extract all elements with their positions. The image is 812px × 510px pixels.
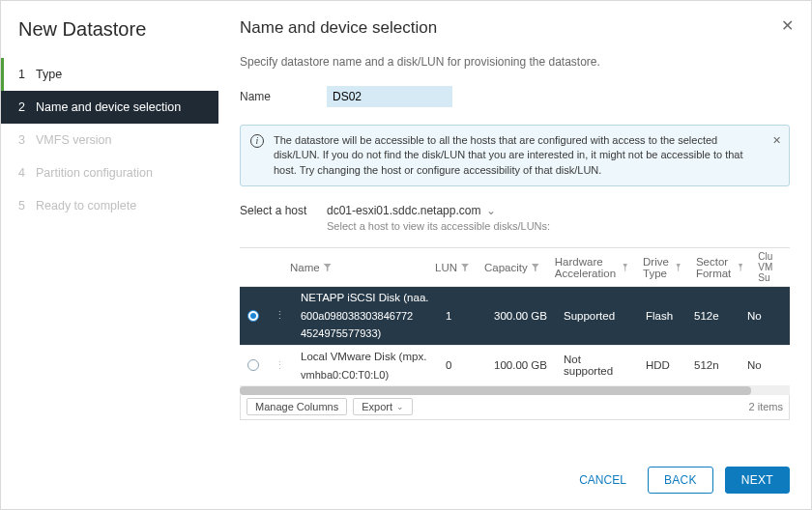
- info-alert: i The datastore will be accessible to al…: [240, 125, 790, 186]
- drag-handle-icon[interactable]: ⋮: [275, 359, 285, 372]
- filter-icon[interactable]: [324, 264, 332, 271]
- disk-drive-type: HDD: [638, 355, 686, 375]
- col-sector-format[interactable]: Sector Format: [688, 252, 750, 283]
- host-help-text: Select a host to view its accessible dis…: [327, 220, 550, 232]
- disk-hw-accel: Supported: [556, 306, 638, 326]
- disk-hw-accel: Not supported: [556, 350, 638, 381]
- wizard-sidebar: New Datastore 1 Type 2 Name and device s…: [1, 1, 218, 509]
- filter-icon[interactable]: [623, 264, 627, 271]
- name-row: Name: [240, 86, 790, 107]
- step-partition-config[interactable]: 4 Partition configuration: [1, 156, 218, 189]
- disk-name: Local VMware Disk (mpx. vmhba0:C0:T0:L0): [293, 346, 438, 385]
- page-subtitle: Specify datastore name and a disk/LUN fo…: [240, 55, 790, 69]
- row-radio[interactable]: [247, 359, 259, 371]
- chevron-down-icon: ⌄: [396, 402, 404, 411]
- cancel-button[interactable]: CANCEL: [569, 468, 636, 493]
- col-drive-type[interactable]: Drive Type: [635, 252, 688, 283]
- host-label: Select a host: [240, 204, 327, 217]
- items-count: 2 items: [749, 401, 783, 412]
- manage-columns-button[interactable]: Manage Columns: [246, 398, 347, 415]
- disk-sector-format: 512e: [686, 306, 740, 326]
- col-hw-accel[interactable]: Hardware Acceleration: [547, 252, 635, 283]
- col-cluster[interactable]: Clu VM Su: [750, 247, 780, 287]
- drag-handle-icon[interactable]: ⋮: [275, 309, 285, 322]
- disk-lun: 1: [438, 306, 486, 326]
- scrollbar-thumb[interactable]: [240, 386, 751, 395]
- back-button[interactable]: BACK: [648, 467, 713, 494]
- host-row: Select a host dc01-esxi01.sddc.netapp.co…: [240, 204, 790, 232]
- step-type[interactable]: 1 Type: [1, 58, 218, 91]
- horizontal-scrollbar[interactable]: [240, 386, 790, 395]
- disk-capacity: 300.00 GB: [486, 306, 556, 326]
- alert-text: The datastore will be accessible to all …: [274, 134, 742, 176]
- table-header: Name LUN Capacity Hardware Acceleration …: [240, 248, 790, 287]
- chevron-down-icon: ⌄: [486, 204, 496, 217]
- col-name[interactable]: Name: [282, 258, 427, 277]
- disk-cluster: No: [740, 306, 769, 326]
- step-vmfs-version[interactable]: 3 VMFS version: [1, 124, 218, 156]
- next-button[interactable]: NEXT: [725, 467, 790, 494]
- export-button[interactable]: Export⌄: [353, 398, 413, 415]
- wizard-title: New Datastore: [1, 18, 218, 58]
- alert-close-icon[interactable]: ✕: [772, 133, 781, 148]
- host-value: dc01-esxi01.sddc.netapp.com: [327, 204, 480, 217]
- host-select[interactable]: dc01-esxi01.sddc.netapp.com ⌄: [327, 204, 496, 217]
- disk-name: NETAPP iSCSI Disk (naa. 600a098038303846…: [293, 287, 438, 345]
- name-label: Name: [240, 90, 327, 103]
- step-ready-complete[interactable]: 5 Ready to complete: [1, 189, 218, 222]
- filter-icon[interactable]: [676, 264, 680, 271]
- table-footer: Manage Columns Export⌄ 2 items: [240, 395, 790, 420]
- info-icon: i: [250, 134, 264, 148]
- filter-icon[interactable]: [532, 264, 539, 271]
- disk-table: Name LUN Capacity Hardware Acceleration …: [240, 247, 790, 420]
- new-datastore-wizard: New Datastore 1 Type 2 Name and device s…: [0, 0, 812, 510]
- disk-capacity: 100.00 GB: [486, 355, 556, 375]
- row-radio[interactable]: [247, 310, 259, 322]
- wizard-main: ✕ Name and device selection Specify data…: [218, 1, 811, 509]
- table-row[interactable]: ⋮ Local VMware Disk (mpx. vmhba0:C0:T0:L…: [240, 346, 790, 386]
- step-name-device[interactable]: 2 Name and device selection: [1, 91, 218, 124]
- table-row[interactable]: ⋮ NETAPP iSCSI Disk (naa. 600a0980383038…: [240, 287, 790, 346]
- filter-icon[interactable]: [461, 264, 469, 271]
- disk-cluster: No: [740, 355, 769, 376]
- page-title: Name and device selection: [240, 18, 790, 38]
- datastore-name-input[interactable]: [327, 86, 452, 107]
- wizard-steps: 1 Type 2 Name and device selection 3 VMF…: [1, 58, 218, 222]
- close-icon[interactable]: ✕: [781, 16, 794, 35]
- wizard-footer: CANCEL BACK NEXT: [569, 467, 790, 494]
- disk-sector-format: 512n: [686, 355, 740, 375]
- col-capacity[interactable]: Capacity: [477, 258, 547, 277]
- disk-drive-type: Flash: [638, 306, 686, 326]
- filter-icon[interactable]: [739, 264, 742, 271]
- col-lun[interactable]: LUN: [427, 258, 477, 277]
- disk-lun: 0: [438, 355, 486, 375]
